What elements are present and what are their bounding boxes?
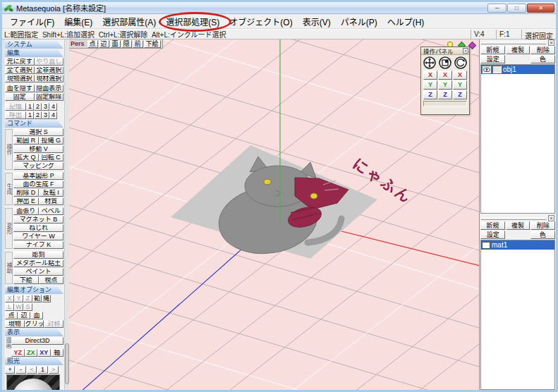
cmd-twist[interactable]: ねじれ — [13, 224, 63, 232]
section-edit-options[interactable]: 編集オプション — [5, 286, 63, 294]
object-duplicate-button[interactable]: 複製 — [506, 46, 530, 54]
op-move-x-button[interactable]: X — [423, 71, 437, 80]
rotate-tool-icon[interactable] — [454, 56, 467, 69]
cmd-invert[interactable]: 反転 I — [39, 189, 64, 197]
light-next-button[interactable]: > — [49, 366, 59, 374]
material-delete-button[interactable]: 削除 — [530, 221, 555, 230]
op-rotate-x-button[interactable]: X — [453, 71, 467, 80]
opt-w[interactable]: W — [14, 303, 23, 311]
cmd-select[interactable]: 選択 S — [13, 128, 63, 136]
section-edit[interactable]: 編集 — [5, 49, 63, 57]
object-list[interactable]: obj1 — [480, 64, 555, 214]
opt-edge[interactable]: 辺 — [18, 312, 30, 319]
cmd-extrude[interactable]: 押出 E — [13, 197, 39, 205]
cmd-underlay[interactable]: 下絵 — [13, 276, 39, 284]
recall-button[interactable]: 呼出 — [5, 111, 26, 119]
memory-slot-4[interactable]: 4 — [49, 103, 57, 111]
section-command[interactable]: コマンド — [5, 120, 63, 128]
cmd-knife[interactable]: ナイフ K — [13, 241, 63, 249]
render-engine-button[interactable]: Direct3D — [11, 337, 63, 345]
cmd-metaball[interactable]: メタボール粘土 — [13, 259, 63, 267]
op-move-z-button[interactable]: Z — [423, 90, 437, 99]
select-current-object-button[interactable]: 現物選択 — [5, 75, 35, 82]
menu-file[interactable]: ファイル(F) — [5, 14, 59, 29]
plane-zx-button[interactable]: ZX — [25, 349, 38, 357]
memory-slot-2[interactable]: 2 — [34, 103, 42, 111]
menu-edit[interactable]: 編集(E) — [59, 14, 97, 29]
toggle-hidden[interactable]: 隠 — [121, 40, 132, 48]
redo-button[interactable]: やり直し — [35, 58, 64, 66]
show-hidden-button[interactable]: 隠面表示 — [35, 85, 64, 92]
opt-z[interactable]: Z — [23, 295, 32, 302]
plane-xy-button[interactable]: XY — [37, 349, 51, 357]
cmd-magnet[interactable]: マグネット B — [13, 216, 63, 223]
menu-object[interactable]: オブジェクト(O) — [224, 14, 297, 29]
operation-panel-close-icon[interactable]: ▪ — [463, 48, 468, 54]
cmd-face-fill[interactable]: 面張り — [13, 207, 39, 215]
material-list-item-selected[interactable]: mat1 — [481, 240, 554, 250]
memory-slot-1[interactable]: 1 — [26, 103, 34, 111]
plane-yz-button[interactable]: YZ — [11, 349, 25, 357]
sidebar-scrollbar[interactable] — [64, 39, 69, 390]
toggle-edges[interactable]: 辺 — [99, 40, 109, 48]
object-color-button[interactable]: 色 — [530, 55, 555, 63]
recall-slot-1[interactable]: 1 — [26, 111, 34, 119]
object-lock-box[interactable] — [492, 66, 502, 73]
menu-panel[interactable]: パネル(P) — [336, 14, 382, 29]
cmd-make-face[interactable]: 面の生成 F — [13, 180, 63, 188]
command-group-tab-create[interactable]: 生成 — [5, 173, 13, 205]
opt-symmetry[interactable]: 対称 — [44, 320, 63, 328]
light-preview[interactable] — [6, 374, 60, 390]
selection-lock-label[interactable]: 選択固定 — [521, 30, 556, 39]
object-settings-button[interactable]: 設定 — [480, 55, 505, 63]
fix-button[interactable]: 固定 — [5, 93, 35, 101]
op-rotate-z-button[interactable]: Z — [453, 90, 467, 99]
recall-slot-2[interactable]: 2 — [34, 111, 42, 119]
axis-toggle-button[interactable]: 軸 — [51, 349, 64, 357]
cmd-scale[interactable]: 拡大 Q — [13, 154, 39, 161]
material-panel-close-icon[interactable]: × — [548, 215, 554, 221]
cmd-bevel[interactable]: ベベル — [39, 207, 64, 215]
section-system[interactable]: システム — [5, 41, 63, 49]
cmd-move[interactable]: 移動 V — [13, 145, 63, 153]
maximize-button[interactable]: □ — [507, 4, 526, 13]
unfix-button[interactable]: 固定解除 — [35, 93, 64, 101]
hide-face-button[interactable]: 面を隠す — [5, 85, 35, 92]
move-tool-icon[interactable] — [423, 56, 436, 69]
select-current-material-button[interactable]: 現材選択 — [35, 75, 64, 82]
command-group-tab-misc[interactable]: 補助 — [5, 252, 13, 284]
menu-view[interactable]: 表示(V) — [298, 14, 336, 29]
minimize-button[interactable]: ─ — [487, 4, 507, 13]
recall-slot-4[interactable]: 4 — [49, 111, 57, 119]
object-new-button[interactable]: 新規 — [480, 46, 505, 54]
menu-help[interactable]: ヘルプ(H) — [382, 14, 430, 29]
opt-range[interactable]: 範 — [32, 295, 42, 302]
object-list-item-selected[interactable]: obj1 — [481, 65, 554, 74]
undo-button[interactable]: 元に戻す — [5, 58, 35, 66]
object-panel-grip[interactable]: × — [480, 39, 556, 46]
command-group-tab-deform[interactable]: 変形 — [5, 208, 13, 249]
cmd-paint[interactable]: ペイント — [13, 268, 63, 276]
light-prev-button[interactable]: < — [27, 366, 37, 374]
opt-current-object[interactable]: 現物 — [5, 320, 25, 328]
op-rotate-y-button[interactable]: Y — [453, 80, 467, 90]
cmd-primitive[interactable]: 基本図形 P — [13, 172, 63, 180]
op-scale-z-button[interactable]: Z — [438, 90, 452, 99]
opt-l[interactable]: L — [5, 303, 14, 311]
material-settings-button[interactable]: 設定 — [480, 231, 505, 239]
material-color-button[interactable]: 色 — [530, 231, 555, 239]
opt-s[interactable]: S — [23, 303, 32, 311]
toggle-points[interactable]: 点 — [87, 40, 98, 48]
cmd-sculpt[interactable]: 彫刻 — [13, 251, 63, 259]
section-display[interactable]: 表示 — [5, 329, 63, 336]
section-light[interactable]: 照光 — [5, 357, 63, 365]
menu-selection-proc[interactable]: 選択部処理(S) — [161, 14, 224, 29]
memory-slot-3[interactable]: 3 — [42, 103, 49, 111]
opt-x[interactable]: X — [5, 295, 14, 302]
toggle-front[interactable]: 前 — [133, 40, 143, 48]
select-all-button[interactable]: 全て選択 — [5, 66, 35, 74]
toggle-underlay[interactable]: 下絵 — [144, 40, 161, 48]
cmd-rotate[interactable]: 回転 C — [39, 154, 64, 161]
recall-slot-3[interactable]: 3 — [42, 111, 49, 119]
opt-grid-snap[interactable]: グリッド — [25, 320, 44, 328]
